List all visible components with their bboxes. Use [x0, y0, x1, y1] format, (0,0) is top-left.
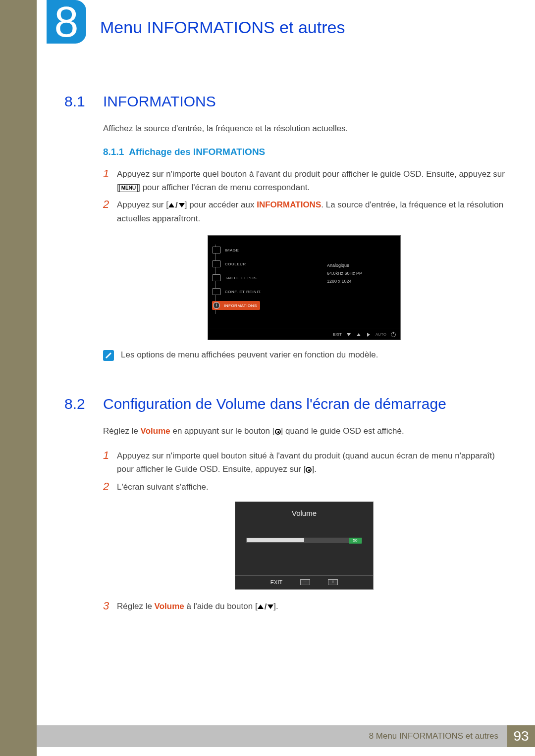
- size-icon: [212, 274, 221, 281]
- text-fragment: ].: [312, 464, 316, 474]
- color-icon: [212, 260, 221, 267]
- text-fragment: Réglez le: [117, 602, 155, 611]
- section-title: Configuration de Volume dans l'écran de …: [103, 396, 446, 412]
- plus-button-icon: +: [328, 579, 338, 585]
- volume-bar-fill: [247, 538, 304, 542]
- up-arrow-icon: [356, 332, 362, 338]
- highlight-text: Volume: [141, 426, 170, 436]
- step-number: 2: [103, 198, 117, 225]
- step-number: 1: [103, 167, 117, 194]
- chapter-title: Menu INFORMATIONS et autres: [100, 18, 345, 37]
- osd-menu-label: TAILLE ET POS.: [225, 276, 258, 280]
- step-text: Réglez le Volume à l'aide du bouton [/].: [117, 600, 505, 613]
- osd-menu-item-active: INFORMATIONS: [212, 301, 260, 310]
- subsection-title: Affichage des INFORMATIONS: [129, 147, 265, 157]
- subsection-heading: 8.1.1 Affichage des INFORMATIONS: [103, 147, 505, 157]
- section-title: INFORMATIONS: [103, 93, 216, 110]
- circle-button-icon: [306, 467, 312, 473]
- text-fragment: Appuyez sur [: [117, 200, 168, 209]
- osd-volume-title: Volume: [235, 502, 373, 517]
- volume-value: 50: [349, 538, 362, 544]
- note-text: Les options de menu affichées peuvent va…: [121, 350, 378, 360]
- footer-label: 8 Menu INFORMATIONS et autres: [369, 731, 498, 741]
- highlight-text: INFORMATIONS: [257, 200, 321, 209]
- step-row: 3 Réglez le Volume à l'aide du bouton [/…: [103, 600, 505, 613]
- osd-info-line: Analogique: [327, 261, 362, 269]
- highlight-text: Volume: [155, 602, 184, 611]
- step-text: L'écran suivant s'affiche.: [117, 480, 505, 494]
- osd-menu-label: INFORMATIONS: [224, 303, 257, 308]
- text-fragment: en appuyant sur le bouton [: [170, 426, 275, 436]
- osd-exit-label: EXIT: [333, 332, 342, 337]
- osd-figure-volume: Volume 50 EXIT − +: [103, 502, 505, 590]
- step-row: 2 Appuyez sur [/] pour accéder aux INFOR…: [103, 198, 505, 225]
- step-number: 3: [103, 600, 117, 613]
- osd-menu-item: CONF. ET REINIT.: [212, 287, 262, 296]
- up-down-icon: /: [258, 600, 274, 613]
- step-text: Appuyez sur [/] pour accéder aux INFORMA…: [117, 198, 505, 225]
- step-row: 1 Appuyez sur n'importe quel bouton à l'…: [103, 167, 505, 194]
- section-number: 8.2: [64, 396, 103, 412]
- osd-bottom-bar: EXIT − +: [235, 575, 373, 589]
- step-number: 2: [103, 480, 117, 494]
- step-text: Appuyez sur n'importe quel bouton situé …: [117, 449, 505, 476]
- osd-menu-item: IMAGE: [212, 246, 239, 254]
- page-number: 93: [507, 725, 535, 747]
- text-fragment: ] pour afficher l'écran de menu correspo…: [138, 183, 310, 192]
- note-row: Les options de menu affichées peuvent va…: [103, 350, 505, 361]
- menu-key-icon: MENU: [119, 184, 138, 192]
- osd-figure-informations: IMAGE COULEUR TAILLE ET POS. CONF. ET RE…: [103, 235, 505, 340]
- osd-info-line: 64.0kHz 60Hz PP: [327, 269, 362, 277]
- info-icon: [213, 302, 220, 309]
- chapter-number-tab: 8: [47, 0, 86, 44]
- step-number: 1: [103, 449, 117, 476]
- up-down-icon: /: [168, 199, 185, 212]
- section-intro: Affichez la source d'entrée, la fréquenc…: [103, 123, 505, 135]
- osd-menu-label: COULEUR: [225, 262, 246, 266]
- volume-bar: 50: [246, 538, 362, 543]
- osd-exit-label: EXIT: [270, 579, 282, 585]
- osd-bottom-bar: EXIT AUTO: [208, 329, 400, 340]
- section-intro: Réglez le Volume en appuyant sur le bout…: [103, 425, 505, 437]
- power-icon: [390, 332, 396, 338]
- osd-menu-item: COULEUR: [212, 259, 246, 268]
- step-text: Appuyez sur n'importe quel bouton à l'av…: [117, 167, 505, 194]
- text-fragment: à l'aide du bouton [: [184, 602, 258, 611]
- section-heading: 8.1 INFORMATIONS: [64, 93, 505, 110]
- settings-icon: [212, 288, 221, 295]
- page-footer: 8 Menu INFORMATIONS et autres 93: [37, 725, 535, 747]
- osd-menu-label: CONF. ET REINIT.: [225, 290, 262, 294]
- minus-button-icon: −: [300, 579, 310, 585]
- osd-menu-item: TAILLE ET POS.: [212, 273, 258, 282]
- footer-bar: 8 Menu INFORMATIONS et autres: [37, 725, 507, 747]
- note-icon: [103, 350, 114, 361]
- section-heading: 8.2 Configuration de Volume dans l'écran…: [64, 396, 505, 412]
- sidebar-stripe: [0, 0, 37, 756]
- content-area: 8.1 INFORMATIONS Affichez la source d'en…: [64, 93, 505, 613]
- right-arrow-icon: [366, 332, 372, 338]
- text-fragment: ] quand le guide OSD est affiché.: [281, 426, 404, 436]
- section-number: 8.1: [64, 93, 103, 110]
- subsection-number: 8.1.1: [103, 147, 124, 157]
- osd-volume-screen: Volume 50 EXIT − +: [235, 502, 374, 590]
- page-content: 8 Menu INFORMATIONS et autres 8.1 INFORM…: [37, 0, 535, 756]
- down-arrow-icon: [346, 332, 352, 338]
- step-row: 2 L'écran suivant s'affiche.: [103, 480, 505, 494]
- volume-bar-area: 50: [246, 538, 362, 543]
- image-icon: [212, 247, 221, 253]
- osd-auto-label: AUTO: [375, 332, 386, 337]
- osd-screen: IMAGE COULEUR TAILLE ET POS. CONF. ET RE…: [208, 235, 401, 340]
- osd-info-line: 1280 x 1024: [327, 277, 362, 285]
- osd-menu-label: IMAGE: [225, 248, 239, 252]
- circle-button-icon: [275, 429, 281, 435]
- text-fragment: ] pour accéder aux: [185, 200, 257, 209]
- chapter-number: 8: [47, 0, 86, 44]
- text-fragment: ].: [273, 602, 278, 611]
- chapter-header: 8 Menu INFORMATIONS et autres: [37, 0, 535, 44]
- text-fragment: Réglez le: [103, 426, 141, 436]
- step-row: 1 Appuyez sur n'importe quel bouton situ…: [103, 449, 505, 476]
- osd-info-panel: Analogique 64.0kHz 60Hz PP 1280 x 1024: [327, 261, 362, 285]
